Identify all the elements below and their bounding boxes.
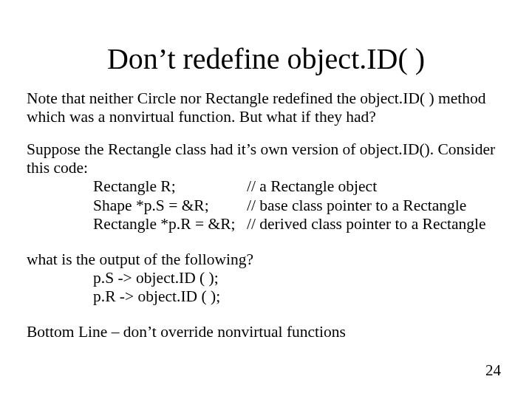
paragraph-example: Suppose the Rectangle class had it’s own… (27, 140, 505, 234)
code-stmt: Shape *p.S = &R; (93, 197, 247, 215)
code-line: p.S -> object.ID ( ); (93, 269, 505, 287)
code-comment: // base class pointer to a Rectangle (247, 197, 466, 215)
paragraph-note: Note that neither Circle nor Rectangle r… (27, 89, 505, 127)
code-line: p.R -> object.ID ( ); (93, 287, 505, 306)
bottom-line: Bottom Line – don’t override nonvirtual … (27, 323, 505, 341)
code-row: Shape *p.S = &R; // base class pointer t… (93, 197, 505, 215)
code-block: Rectangle R; // a Rectangle object Shape… (93, 177, 505, 233)
slide: Don’t redefine object.ID( ) Note that ne… (0, 0, 532, 399)
question-block: what is the output of the following? p.S… (27, 250, 505, 307)
code-row: Rectangle *p.R = &R; // derived class po… (93, 215, 505, 233)
code-comment: // a Rectangle object (247, 177, 377, 196)
example-lead: Suppose the Rectangle class had it’s own… (27, 140, 505, 178)
question-code: p.S -> object.ID ( ); p.R -> object.ID (… (93, 269, 505, 307)
question-lead: what is the output of the following? (27, 250, 505, 269)
page-number: 24 (485, 361, 501, 380)
slide-title: Don’t redefine object.ID( ) (27, 41, 505, 76)
code-row: Rectangle R; // a Rectangle object (93, 177, 505, 196)
code-stmt: Rectangle *p.R = &R; (93, 215, 247, 233)
code-comment: // derived class pointer to a Rectangle (247, 215, 486, 233)
code-stmt: Rectangle R; (93, 177, 247, 196)
